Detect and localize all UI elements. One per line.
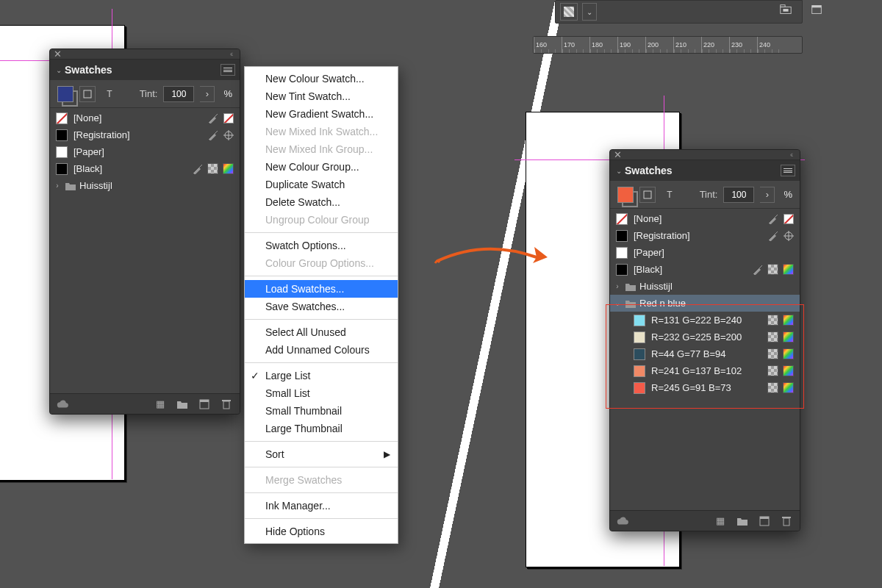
- menu-item[interactable]: Sort▶: [245, 445, 398, 463]
- menu-item[interactable]: Load Swatches...: [245, 280, 398, 298]
- formatting-text-icon[interactable]: T: [662, 187, 678, 203]
- libraries-cloud-icon[interactable]: [56, 399, 69, 409]
- swatch-row[interactable]: R=232 G=225 B=200: [610, 329, 800, 345]
- tint-unit: %: [223, 88, 232, 99]
- panel-title: Swatches: [65, 64, 112, 76]
- panel-flyout-menu: New Colour Swatch...New Tint Swatch...Ne…: [244, 66, 398, 544]
- menu-item[interactable]: Ink Manager...: [245, 497, 398, 514]
- tint-unit: %: [784, 189, 792, 200]
- toolbar-dropdown[interactable]: ⌄: [582, 3, 597, 21]
- menu-item[interactable]: New Colour Swatch...: [245, 70, 398, 87]
- folder-icon: [625, 282, 637, 292]
- screen-mode-icon[interactable]: [810, 3, 823, 16]
- menu-item[interactable]: Delete Swatch...: [245, 193, 398, 211]
- swatch-row[interactable]: [Registration]: [50, 126, 240, 143]
- swatch-row[interactable]: [Paper]: [610, 244, 800, 261]
- swatch-group-row[interactable]: ⌄Red n blue: [610, 295, 800, 312]
- menu-item[interactable]: Large Thumbnail: [245, 420, 398, 437]
- swatches-panel-left: ✕ ‹‹ ⌄ Swatches T Tint: › % [None][Regis…: [49, 49, 240, 415]
- swatch-row[interactable]: [Registration]: [610, 227, 800, 244]
- swatch-row[interactable]: [None]: [610, 210, 800, 227]
- menu-item[interactable]: Add Unnamed Colours: [245, 341, 398, 359]
- group-name: Huisstijl: [79, 180, 112, 191]
- menu-separator: [245, 467, 398, 467]
- libraries-cloud-icon[interactable]: [616, 516, 629, 526]
- menu-item[interactable]: New Tint Swatch...: [245, 87, 398, 105]
- menu-item[interactable]: Large List✓: [245, 367, 398, 384]
- menu-item[interactable]: New Colour Group...: [245, 158, 398, 176]
- swatch-group-row[interactable]: ›Huisstijl: [610, 278, 800, 295]
- ruler-tick: 190: [617, 37, 645, 53]
- tint-input[interactable]: [163, 86, 194, 102]
- tint-input[interactable]: [723, 187, 754, 203]
- trash-icon[interactable]: [779, 514, 794, 528]
- grid-view-icon[interactable]: ▦: [713, 514, 728, 528]
- menu-separator: [245, 232, 398, 233]
- swatch-group-row[interactable]: ›Huisstijl: [50, 177, 240, 194]
- svg-rect-14: [223, 401, 229, 409]
- twirl-icon[interactable]: ⌄: [613, 299, 622, 307]
- panel-collapse-icon[interactable]: ‹‹: [785, 151, 797, 159]
- ruler-tick: 180: [589, 37, 617, 53]
- fill-stroke-well[interactable]: [617, 187, 634, 203]
- menu-separator: [245, 441, 398, 442]
- swatch-row[interactable]: [Black]: [50, 160, 240, 177]
- svg-rect-1: [781, 5, 785, 7]
- view-options-icon[interactable]: [779, 3, 792, 16]
- process-color-icon: [767, 331, 778, 343]
- swatch-row[interactable]: [None]: [50, 110, 240, 126]
- tint-flyout-icon[interactable]: ›: [200, 86, 215, 102]
- panel-collapse-icon[interactable]: ‹‹: [225, 51, 237, 58]
- swatch-name: [Black]: [74, 163, 186, 174]
- registration-mark-icon: [223, 129, 234, 140]
- formatting-container-icon[interactable]: [639, 187, 656, 203]
- menu-item[interactable]: New Gradient Swatch...: [245, 105, 398, 123]
- swatch-list: [None][Registration][Paper][Black]›Huiss…: [610, 209, 800, 510]
- swatch-name: [Black]: [634, 264, 746, 275]
- panel-chevron-icon[interactable]: ⌄: [56, 66, 62, 74]
- swatch-name: [Paper]: [634, 247, 788, 258]
- menu-separator: [245, 492, 398, 493]
- swatches-panel-right: ✕ ‹‹ ⌄ Swatches T Tint: › % [None][Regis…: [609, 149, 800, 531]
- menu-item[interactable]: Hide Options: [245, 523, 398, 540]
- tint-flyout-icon[interactable]: ›: [760, 187, 775, 203]
- trash-icon[interactable]: [219, 398, 234, 411]
- panel-close-icon[interactable]: ✕: [613, 151, 622, 159]
- menu-item[interactable]: Small List: [245, 384, 398, 402]
- svg-line-11: [193, 165, 202, 173]
- menu-item[interactable]: Duplicate Swatch: [245, 176, 398, 193]
- new-swatch-icon[interactable]: [757, 514, 772, 528]
- process-color-icon: [767, 382, 778, 393]
- svg-line-7: [209, 131, 218, 140]
- swatch-row[interactable]: [Black]: [610, 261, 800, 278]
- panel-menu-button[interactable]: [781, 165, 795, 176]
- menu-item[interactable]: Select All Unused: [245, 323, 398, 341]
- grid-view-icon[interactable]: ▦: [153, 398, 168, 411]
- swatch-chip: [616, 230, 628, 242]
- color-mode-icon: [783, 382, 794, 393]
- formatting-text-icon[interactable]: T: [101, 86, 118, 102]
- ruler-tick: 220: [701, 37, 729, 53]
- swatch-row[interactable]: [Paper]: [50, 143, 240, 160]
- new-group-icon[interactable]: [175, 398, 190, 411]
- swatch-row[interactable]: R=245 G=91 B=73: [610, 379, 800, 396]
- horizontal-ruler[interactable]: 160170180190200210220230240: [533, 36, 803, 54]
- menu-item[interactable]: Save Swatches...: [245, 298, 398, 315]
- menu-item[interactable]: Swatch Options...: [245, 237, 398, 254]
- swatch-row[interactable]: R=241 G=137 B=102: [610, 362, 800, 379]
- panel-menu-button[interactable]: [220, 64, 235, 76]
- none-swatch-icon: [223, 112, 234, 123]
- swatch-row[interactable]: R=131 G=222 B=240: [610, 312, 800, 329]
- new-swatch-icon[interactable]: [197, 398, 212, 411]
- twirl-icon[interactable]: ›: [53, 182, 62, 190]
- twirl-icon[interactable]: ›: [613, 282, 622, 290]
- new-group-icon[interactable]: [735, 514, 750, 528]
- formatting-container-icon[interactable]: [79, 86, 96, 102]
- swatch-row[interactable]: R=44 G=77 B=94: [610, 345, 800, 362]
- panel-close-icon[interactable]: ✕: [53, 50, 62, 59]
- toolbar-icon-swatch[interactable]: [560, 3, 578, 21]
- swatch-chip: [634, 382, 645, 394]
- panel-chevron-icon[interactable]: ⌄: [616, 167, 622, 175]
- fill-stroke-well[interactable]: [57, 86, 74, 102]
- menu-item[interactable]: Small Thumbnail: [245, 402, 398, 420]
